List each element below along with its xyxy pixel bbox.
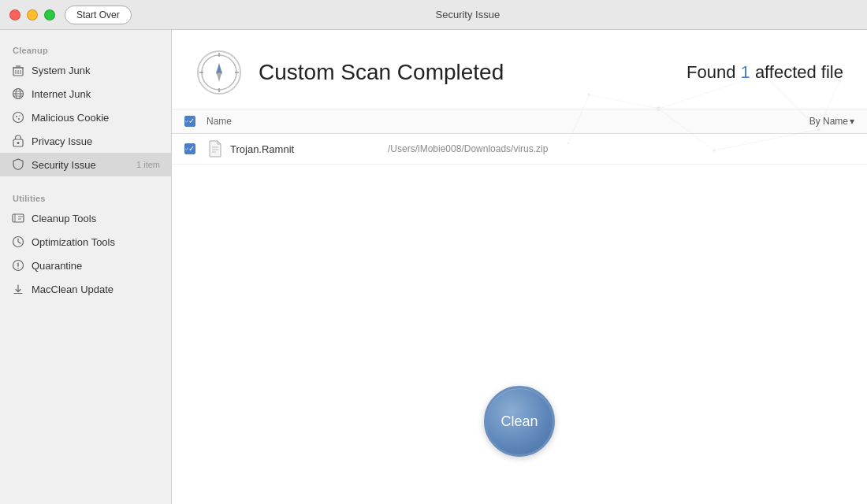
found-suffix: affected file [750,62,843,82]
trash-icon [11,63,25,77]
globe-icon [11,87,25,101]
cleanup-section-label: Cleanup [0,41,171,58]
sidebar-item-label: Cleanup Tools [32,213,160,224]
sidebar-item-optimization-tools[interactable]: Optimization Tools [0,230,171,254]
file-path: /Users/iMobie008/Downloads/virus.zip [388,143,548,154]
security-icon [11,158,25,172]
sidebar-item-label: Internet Junk [32,88,160,100]
found-text: Found 1 affected file [687,62,843,83]
svg-marker-48 [216,71,222,82]
opt-icon [11,235,25,249]
sidebar-item-privacy-issue[interactable]: Privacy Issue [0,129,171,153]
clean-button[interactable]: Clean [484,386,555,457]
svg-point-14 [19,115,20,116]
sidebar-divider [0,176,171,189]
titlebar-title: Security Issue [132,9,804,20]
update-icon [11,282,25,296]
file-doc-icon [207,140,224,158]
compass-icon [195,49,243,96]
file-name: Trojan.Ramnit [230,143,372,155]
scan-header: Custom Scan Completed Found 1 affected f… [172,30,867,109]
titlebar: Start Over Security Issue [0,0,867,30]
table-col-name: Name [207,116,809,127]
svg-rect-17 [13,214,24,222]
svg-point-24 [17,268,19,269]
select-all-checkbox[interactable] [184,116,195,127]
main-content: Custom Scan Completed Found 1 affected f… [172,30,867,504]
scan-title-area: Custom Scan Completed [195,49,504,96]
sidebar-item-malicious-cookie[interactable]: Malicious Cookie [0,106,171,129]
sidebar-item-label: Quarantine [32,260,160,272]
found-prefix: Found [687,62,741,82]
row-checkbox-area [184,143,207,154]
sidebar-item-label: Security Issue [32,159,136,171]
row-checkbox[interactable] [184,143,195,154]
sidebar-item-label: Privacy Issue [32,135,160,147]
table-header: Name By Name ▾ [172,109,867,134]
sidebar-item-label: MacClean Update [32,284,160,295]
cookie-icon [11,110,25,124]
quarantine-icon [11,258,25,272]
clean-button-area: Clean [484,386,555,457]
start-over-button[interactable]: Start Over [65,6,132,24]
table-sort-button[interactable]: By Name ▾ [809,116,854,127]
maximize-button[interactable] [44,9,55,20]
close-button[interactable] [9,9,20,20]
sidebar-item-macclean-update[interactable]: MacClean Update [0,277,171,301]
privacy-icon [11,134,25,148]
sidebar-item-security-issue[interactable]: Security Issue 1 item [0,153,171,176]
utilities-section-label: Utilities [0,189,171,206]
sidebar-item-label: System Junk [32,65,160,76]
sidebar-item-cleanup-tools[interactable]: Cleanup Tools [0,206,171,230]
sidebar-item-label: Optimization Tools [32,236,160,248]
sidebar-item-quarantine[interactable]: Quarantine [0,254,171,277]
sidebar-item-system-junk[interactable]: System Junk [0,58,171,82]
found-count: 1 [741,62,750,82]
sidebar-item-internet-junk[interactable]: Internet Junk [0,82,171,106]
table-row: Trojan.Ramnit /Users/iMobie008/Downloads… [172,134,867,165]
svg-point-11 [13,113,24,123]
minimize-button[interactable] [27,9,38,20]
tools-icon [11,211,25,225]
svg-point-13 [18,118,20,120]
app-container: Cleanup System Junk [0,0,867,504]
security-issue-badge: 1 item [136,160,160,169]
sidebar: Cleanup System Junk [0,30,172,504]
sidebar-item-label: Malicious Cookie [32,112,160,124]
scan-title: Custom Scan Completed [259,60,504,85]
window-controls [9,9,55,20]
chevron-down-icon: ▾ [850,116,854,127]
svg-point-12 [16,116,17,117]
table-header-check [184,116,207,127]
svg-point-16 [17,142,20,144]
